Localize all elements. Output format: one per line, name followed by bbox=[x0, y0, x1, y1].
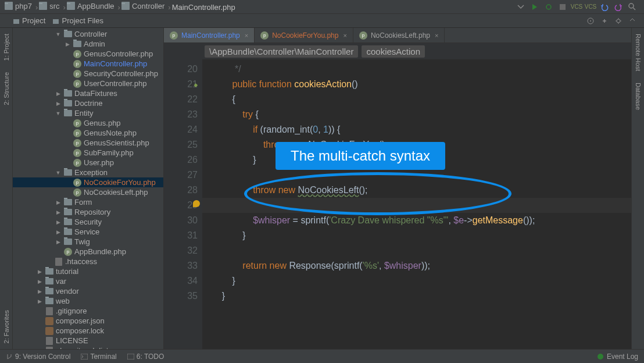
tree-item[interactable]: pMainController.php bbox=[13, 59, 163, 69]
folder-icon bbox=[64, 99, 72, 108]
tree-item[interactable]: ▶Form bbox=[13, 197, 163, 207]
tree-item[interactable]: ▶DataFixtures bbox=[13, 88, 163, 98]
database-button[interactable]: Database bbox=[635, 83, 642, 110]
tree-item-label: Genus.php bbox=[84, 119, 121, 127]
folder-icon bbox=[45, 268, 53, 276]
tree-item[interactable]: ▶tutorial bbox=[13, 266, 163, 276]
tree-item[interactable]: .htaccess bbox=[13, 257, 163, 266]
terminal-label: Terminal bbox=[90, 353, 116, 361]
tree-item[interactable]: pGenusController.php bbox=[13, 49, 163, 59]
project-files-tab[interactable]: Project Files bbox=[52, 16, 103, 25]
tree-item[interactable]: ▶Admin bbox=[13, 39, 163, 49]
folder-icon bbox=[45, 287, 53, 296]
tree-item[interactable]: pGenusScientist.php bbox=[13, 138, 163, 148]
svg-rect-9 bbox=[81, 354, 88, 360]
svg-point-7 bbox=[590, 20, 591, 22]
tree-item[interactable]: ▶Twig bbox=[13, 237, 163, 247]
callout-bubble: The multi-catch syntax bbox=[276, 142, 445, 170]
php-icon: p bbox=[64, 248, 72, 256]
scroll-from-source-icon[interactable] bbox=[585, 16, 596, 26]
tree-item[interactable]: pNoCookiesLeft.php bbox=[13, 187, 163, 197]
tree-item[interactable]: .gitignore bbox=[13, 306, 163, 316]
stop-icon[interactable] bbox=[557, 2, 568, 12]
json-icon bbox=[45, 327, 53, 335]
tree-item[interactable]: ▼Exception bbox=[13, 168, 163, 177]
tree-item[interactable]: pGenusNote.php bbox=[13, 128, 163, 138]
tree-item[interactable]: pGenus.php bbox=[13, 118, 163, 128]
editor-tab[interactable]: pMainController.php× bbox=[164, 28, 255, 42]
tree-item[interactable]: ▶var bbox=[13, 276, 163, 286]
tree-item[interactable]: ▼Entity bbox=[13, 108, 163, 118]
tree-item[interactable]: phpunit.xml.dist bbox=[13, 346, 163, 349]
tree-item[interactable]: ▶vendor bbox=[13, 286, 163, 296]
favorites-tool-button[interactable]: 2: Favorites bbox=[3, 310, 10, 343]
breadcrumb-item[interactable]: src bbox=[39, 2, 59, 10]
tree-item-label: Security bbox=[74, 218, 102, 226]
debug-icon[interactable] bbox=[543, 2, 554, 12]
breadcrumb-item[interactable]: php7 bbox=[5, 2, 32, 10]
breadcrumb-item[interactable]: Controller bbox=[121, 2, 164, 10]
run-icon[interactable] bbox=[529, 2, 540, 12]
close-icon[interactable]: × bbox=[435, 32, 438, 39]
editor-tabs: pMainController.php×pNoCookieForYou.php×… bbox=[164, 28, 631, 43]
structure-tool-button[interactable]: 2: Structure bbox=[3, 72, 10, 105]
vcs-label[interactable]: VCS bbox=[571, 2, 582, 12]
tree-item-label: AppBundle.php bbox=[74, 247, 126, 256]
project-tab-label: Project bbox=[22, 16, 45, 25]
txt-icon bbox=[45, 337, 53, 345]
tree-item[interactable]: composer.lock bbox=[13, 326, 163, 336]
tree-item[interactable]: composer.json bbox=[13, 316, 163, 326]
tree-item[interactable]: pUser.php bbox=[13, 158, 163, 168]
intention-bulb-icon[interactable] bbox=[193, 200, 200, 207]
hide-icon[interactable] bbox=[627, 16, 638, 26]
terminal-button[interactable]: Terminal bbox=[81, 353, 116, 361]
tree-item[interactable]: ▶Service bbox=[13, 227, 163, 237]
editor-tab[interactable]: pNoCookiesLeft.php× bbox=[353, 28, 445, 42]
tree-item[interactable]: ▶web bbox=[13, 296, 163, 306]
collapse-icon[interactable] bbox=[599, 16, 610, 26]
breadcrumb-item[interactable]: AppBundle bbox=[67, 2, 115, 10]
project-tool-button[interactable]: 1: Project bbox=[3, 34, 10, 61]
search-icon[interactable] bbox=[627, 2, 638, 12]
tree-item[interactable]: pNoCookieForYou.php bbox=[13, 177, 163, 187]
php-icon: p bbox=[73, 179, 81, 187]
project-tree[interactable]: ▼Controller▶AdminpGenusController.phppMa… bbox=[13, 28, 164, 349]
tree-item[interactable]: pUserController.php bbox=[13, 79, 163, 88]
project-tool-bar: Project Project Files bbox=[0, 14, 644, 28]
editor-tab[interactable]: pNoCookieForYou.php× bbox=[255, 28, 353, 42]
tree-item[interactable]: ▶Repository bbox=[13, 207, 163, 217]
svg-point-2 bbox=[629, 3, 634, 8]
tree-item-label: GenusNote.php bbox=[84, 129, 137, 137]
todo-button[interactable]: 6: TODO bbox=[127, 353, 164, 361]
tree-item-label: Admin bbox=[84, 40, 105, 48]
version-control-button[interactable]: 9: Version Control bbox=[6, 353, 70, 361]
close-icon[interactable]: × bbox=[245, 32, 248, 39]
event-log-button[interactable]: Event Log bbox=[598, 353, 638, 361]
project-tab[interactable]: Project bbox=[13, 16, 45, 25]
tree-item-label: Twig bbox=[74, 237, 90, 246]
txt-icon bbox=[45, 307, 53, 315]
tree-item[interactable]: ▶Doctrine bbox=[13, 98, 163, 108]
close-icon[interactable]: × bbox=[343, 32, 346, 39]
php-icon: p bbox=[73, 139, 81, 147]
tree-item-label: composer.lock bbox=[56, 326, 104, 335]
tree-item[interactable]: pSubFamily.php bbox=[13, 148, 163, 158]
vcs-label[interactable]: VCS bbox=[585, 2, 596, 12]
breadcrumb-item[interactable]: MainController.php bbox=[172, 3, 235, 12]
remote-host-button[interactable]: Remote Host bbox=[635, 34, 642, 71]
tree-item[interactable]: ▼Controller bbox=[13, 29, 163, 39]
tree-item[interactable]: pSecurityController.php bbox=[13, 69, 163, 79]
tree-item-label: SubFamily.php bbox=[84, 148, 134, 157]
crumb-method[interactable]: cookiesAction bbox=[362, 45, 425, 58]
crumb-path[interactable]: \AppBundle\Controller\MainController bbox=[205, 45, 358, 58]
tree-item[interactable]: LICENSE bbox=[13, 336, 163, 346]
editor-crumb-bar: \AppBundle\Controller\MainController coo… bbox=[164, 43, 631, 59]
undo-icon[interactable] bbox=[599, 2, 610, 12]
tree-item[interactable]: pAppBundle.php bbox=[13, 247, 163, 257]
tree-item-label: vendor bbox=[56, 287, 79, 296]
tree-item[interactable]: ▶Security bbox=[13, 217, 163, 227]
gear-icon[interactable] bbox=[613, 16, 624, 26]
php-icon: p bbox=[73, 70, 81, 78]
redo-icon[interactable] bbox=[613, 2, 624, 12]
dropdown-icon[interactable] bbox=[516, 2, 526, 12]
